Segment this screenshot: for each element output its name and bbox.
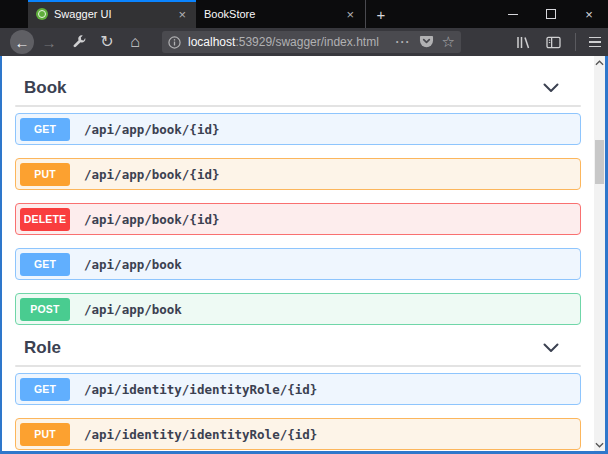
section-header[interactable]: Book	[15, 78, 581, 97]
titlebar-drag-area	[396, 0, 494, 28]
endpoint-row[interactable]: POST /api/app/book	[15, 293, 581, 325]
toolbar-separator	[575, 33, 576, 51]
api-section: Book GET /api/app/book/{id} PUT /api/app…	[15, 78, 581, 325]
endpoint-path: /api/app/book/{id}	[84, 122, 219, 137]
endpoint-path: /api/identity/identityRole/{id}	[84, 427, 317, 442]
section-title: Book	[24, 78, 67, 97]
endpoint-row[interactable]: GET /api/app/book	[15, 248, 581, 280]
method-badge: GET	[20, 378, 70, 401]
method-badge: POST	[20, 298, 70, 321]
sidebar-toggle-icon[interactable]	[539, 36, 567, 49]
maximize-icon	[546, 9, 556, 19]
endpoint-row[interactable]: GET /api/app/book/{id}	[15, 113, 581, 145]
tab-bookstore[interactable]: BookStore ×	[196, 0, 364, 28]
pocket-icon[interactable]	[419, 35, 434, 49]
site-info-icon[interactable]	[168, 36, 181, 49]
endpoint-path: /api/app/book/{id}	[84, 212, 219, 227]
home-button[interactable]: ⌂	[122, 34, 148, 50]
url-text: localhost:53929/swagger/index.html	[188, 35, 396, 49]
tab-title: BookStore	[204, 8, 344, 20]
maximize-button[interactable]	[532, 0, 570, 28]
back-button[interactable]: ←	[10, 30, 34, 54]
swagger-favicon-icon	[36, 8, 48, 20]
scroll-down-arrow[interactable]	[594, 438, 605, 451]
endpoint-path: /api/app/book/{id}	[84, 167, 219, 182]
endpoint-row[interactable]: GET /api/identity/identityRole/{id}	[15, 373, 581, 405]
endpoint-list: GET /api/identity/identityRole/{id} PUT …	[15, 373, 581, 450]
api-sections: Book GET /api/app/book/{id} PUT /api/app…	[2, 78, 605, 450]
section-divider	[15, 105, 581, 107]
address-bar[interactable]: localhost:53929/swagger/index.html ··· ☆	[162, 31, 461, 53]
endpoint-path: /api/app/book	[84, 302, 182, 317]
forward-button[interactable]: →	[36, 35, 62, 50]
endpoint-row[interactable]: PUT /api/app/book/{id}	[15, 158, 581, 190]
wrench-icon[interactable]	[66, 35, 92, 50]
endpoint-path: /api/identity/identityRole/{id}	[84, 382, 317, 397]
titlebar-spacer	[0, 0, 28, 28]
reload-button[interactable]: ↻	[94, 34, 120, 50]
url-host: localhost	[188, 35, 235, 49]
section-divider	[15, 365, 581, 367]
api-section: Role GET /api/identity/identityRole/{id}…	[15, 338, 581, 450]
minimize-icon	[508, 14, 518, 15]
method-badge: GET	[20, 253, 70, 276]
scroll-up-arrow[interactable]	[594, 56, 605, 69]
tab-close-icon[interactable]: ×	[344, 8, 356, 21]
scrollbar-thumb[interactable]	[595, 140, 604, 184]
endpoint-row[interactable]: PUT /api/identity/identityRole/{id}	[15, 418, 581, 450]
url-path: :53929/swagger/index.html	[235, 35, 378, 49]
titlebar: Swagger UI × BookStore × + ×	[0, 0, 608, 28]
navigation-toolbar: ← → ↻ ⌂ localhost:53929/swagger/index.ht…	[0, 28, 608, 56]
tab-swagger-ui[interactable]: Swagger UI ×	[28, 0, 196, 28]
endpoint-path: /api/app/book	[84, 257, 182, 272]
minimize-button[interactable]	[494, 0, 532, 28]
library-icon[interactable]	[509, 35, 537, 50]
chevron-down-icon[interactable]	[543, 83, 559, 93]
method-badge: GET	[20, 118, 70, 141]
endpoint-list: GET /api/app/book/{id} PUT /api/app/book…	[15, 113, 581, 325]
close-window-button[interactable]: ×	[570, 0, 608, 28]
method-badge: PUT	[20, 423, 70, 446]
new-tab-button[interactable]: +	[365, 0, 396, 28]
section-header[interactable]: Role	[15, 338, 581, 357]
section-title: Role	[24, 338, 61, 357]
hamburger-icon	[589, 37, 601, 48]
bookmark-star-icon[interactable]: ☆	[442, 33, 455, 51]
endpoint-row[interactable]: DELETE /api/app/book/{id}	[15, 203, 581, 235]
method-badge: PUT	[20, 163, 70, 186]
tab-title: Swagger UI	[54, 8, 176, 20]
swagger-page: Book GET /api/app/book/{id} PUT /api/app…	[0, 56, 608, 454]
tab-close-icon[interactable]: ×	[176, 8, 188, 21]
page-actions-icon[interactable]: ···	[396, 35, 411, 49]
chevron-down-icon[interactable]	[543, 343, 559, 353]
method-badge: DELETE	[20, 208, 70, 231]
scrollbar[interactable]	[594, 56, 605, 451]
menu-button[interactable]	[582, 37, 608, 48]
browser-window: Swagger UI × BookStore × + × ← → ↻ ⌂ loc…	[0, 0, 608, 454]
